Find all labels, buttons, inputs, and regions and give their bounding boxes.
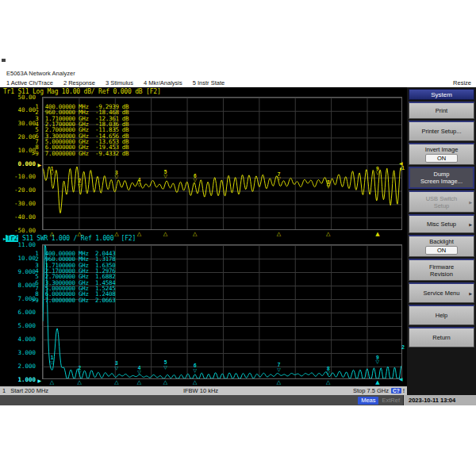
marker-axis-indicator-6: △: [191, 380, 199, 386]
trace1-marker-table: 1 400.00000 MHz -9.2939 dB 2 960.00000 M…: [32, 104, 129, 156]
marker-axis-indicator-8: △: [324, 380, 332, 386]
axis-label-11.00: 11.00: [0, 241, 36, 248]
trace1-header-text: S11 Log Mag 10.00 dB/ Ref 0.000 dB [F2]: [14, 88, 161, 95]
submenu-arrow-icon: ▶: [469, 222, 472, 227]
clock: 2023-10-11 13:04: [403, 395, 476, 405]
extref-status: ExtRef: [382, 397, 400, 404]
softkey-print[interactable]: Print: [409, 102, 474, 119]
axis-label--30.00: -30.00: [0, 200, 36, 207]
measurement-display: Tr1 S11 Log Mag 10.00 dB/ Ref 0.000 dB […: [0, 87, 407, 386]
softkey-invert-image[interactable]: Invert ImageON: [409, 143, 474, 165]
marker-axis-indicator-1: △: [48, 380, 56, 386]
marker-axis-indicator-5: △: [161, 380, 169, 386]
menu-item-3-stimulus[interactable]: 3 Stimulus: [106, 79, 133, 86]
axis-label--20.00: -20.00: [0, 186, 36, 194]
submenu-arrow-icon: ▶: [469, 291, 472, 296]
marker-axis-indicator-7: △: [275, 232, 283, 237]
ref-level-pointer-icon: ▶: [37, 161, 41, 168]
axis-label--10.00: -10.00: [0, 173, 36, 180]
meas-status-badge: Meas: [358, 397, 378, 405]
menu-item-1-active-ch-trace[interactable]: 1 Active Ch/Trace: [6, 79, 53, 86]
axis-label-5.000: 5.000: [0, 322, 36, 329]
resize-button[interactable]: Resize: [453, 78, 471, 87]
cal-status-badge: C?: [391, 388, 401, 393]
softkey-label: Return: [432, 334, 451, 341]
axis-label-10.00: 10.00: [0, 255, 36, 262]
ref-level-pointer-icon: ▶: [37, 377, 41, 384]
ref-level-pointer-right-icon: ◀: [399, 376, 407, 382]
softkey-label: Backlight: [429, 238, 453, 245]
marker-readout-9: >9 7.0000000 GHz 2.0663: [32, 298, 115, 303]
marker-axis-indicator-2: △: [75, 232, 83, 237]
marker-axis-indicator-8: △: [324, 232, 332, 237]
softkey-return[interactable]: Return: [409, 327, 474, 347]
softkey-dump[interactable]: DumpScreen Image...: [409, 167, 474, 189]
axis-label-50.00: 50.00: [0, 94, 36, 101]
axis-label-8.000: 8.000: [0, 282, 36, 289]
trace1-line: [43, 167, 401, 213]
marker-axis-indicator-3: △: [113, 380, 121, 386]
stop-frequency: Stop 7.5 GHz: [353, 387, 389, 394]
softkey-sidebar: System PrintPrinter Setup...Invert Image…: [407, 87, 476, 395]
axis-label-4.000: 4.000: [0, 336, 36, 343]
axis-label-30.00: 30.00: [0, 120, 36, 127]
marker-axis-indicator-1: △: [48, 232, 56, 237]
axis-label-3.000: 3.000: [0, 349, 36, 356]
stimulus-bar: 1 Start 200 MHz IFBW 10 kHz Stop 7.5 GHz…: [0, 386, 407, 395]
marker-axis-indicator-7: △: [275, 380, 283, 386]
softkey-value: ON: [425, 246, 458, 255]
marker-axis-indicator-4: △: [136, 380, 144, 386]
marker-readout-9: >9 7.0000000 GHz -9.4332 dB: [32, 151, 129, 156]
softkey-label: Print: [436, 107, 447, 114]
softkey-menu-title: System: [409, 89, 474, 100]
softkey-printer-setup-[interactable]: Printer Setup...: [409, 121, 474, 141]
menu-item-2-response[interactable]: 2 Response: [63, 79, 95, 86]
softkey-help[interactable]: Help: [409, 305, 474, 325]
instrument-status-bar: Meas ExtRef 2023-10-11 13:04: [0, 395, 476, 405]
softkey-label: Help: [436, 312, 447, 319]
trace1-number-label: 1: [401, 165, 405, 171]
trace2-marker-table: 1 400.00000 MHz 2.0443 2 960.00000 MHz 1…: [32, 251, 115, 303]
ifbw-readout: IFBW 10 kHz: [48, 387, 353, 394]
axis-label--50.00: -50.00: [0, 227, 36, 234]
marker-axis-indicator-4: △: [136, 232, 144, 237]
axis-label-40.00: 40.00: [0, 106, 36, 113]
softkey-service-menu[interactable]: Service Menu▶: [409, 282, 474, 303]
menu-item-4-mkr-analysis[interactable]: 4 Mkr/Analysis: [144, 79, 182, 86]
trace2-number-label: 2: [401, 344, 405, 350]
softkey-misc-setup[interactable]: Misc Setup▶: [409, 214, 474, 233]
axis-label-7.000: 7.000: [0, 295, 36, 302]
submenu-arrow-icon: ▶: [469, 200, 472, 205]
window-title: E5063A Network Analyzer: [0, 68, 476, 78]
softkey-label: Firmware: [429, 263, 454, 271]
axis-label-10.00: 10.00: [0, 147, 36, 154]
softkey-label: Invert Image: [425, 146, 459, 153]
window-title-text: E5063A Network Analyzer: [6, 70, 75, 77]
axis-label-20.00: 20.00: [0, 133, 36, 140]
marker-axis-indicator-5: △: [161, 232, 169, 237]
softkey-value: ON: [425, 154, 458, 163]
analyzer-screenshot: E5063A Network Analyzer 1 Active Ch/Trac…: [0, 0, 476, 476]
start-frequency: Start 200 MHz: [10, 387, 48, 394]
softkey-label: Printer Setup...: [421, 128, 461, 135]
softkey-label: Dump: [433, 171, 449, 178]
axis-label--40.00: -40.00: [0, 213, 36, 221]
menu-item-5-instr-state[interactable]: 5 Instr State: [193, 79, 225, 86]
axis-label-0.000: 0.000▶: [0, 160, 36, 167]
softkey-usb-switch[interactable]: USB SwitchSetup▶: [409, 190, 474, 213]
marker-axis-indicator-3: △: [113, 232, 121, 237]
softkey-backlight[interactable]: BacklightON: [409, 235, 474, 257]
softkey-firmware[interactable]: FirmwareRevision: [409, 259, 474, 281]
main-content: Tr1 S11 Log Mag 10.00 dB/ Ref 0.000 dB […: [0, 87, 476, 395]
window-corner-mark: [2, 59, 6, 62]
marker-axis-indicator-6: △: [191, 232, 199, 237]
softkey-label-line2: Screen Image...: [420, 178, 463, 185]
menu-bar: 1 Active Ch/Trace2 Response3 Stimulus4 M…: [0, 78, 476, 87]
axis-label-9.000: 9.000: [0, 268, 36, 275]
softkey-label-line2: Revision: [430, 271, 453, 278]
softkey-label: USB Switch: [426, 195, 458, 202]
softkey-label: Misc Setup: [427, 221, 456, 228]
softkey-label: Service Menu: [424, 290, 460, 297]
softkey-label-line2: Setup: [434, 202, 450, 209]
axis-label-2.000: 2.000: [0, 363, 36, 370]
